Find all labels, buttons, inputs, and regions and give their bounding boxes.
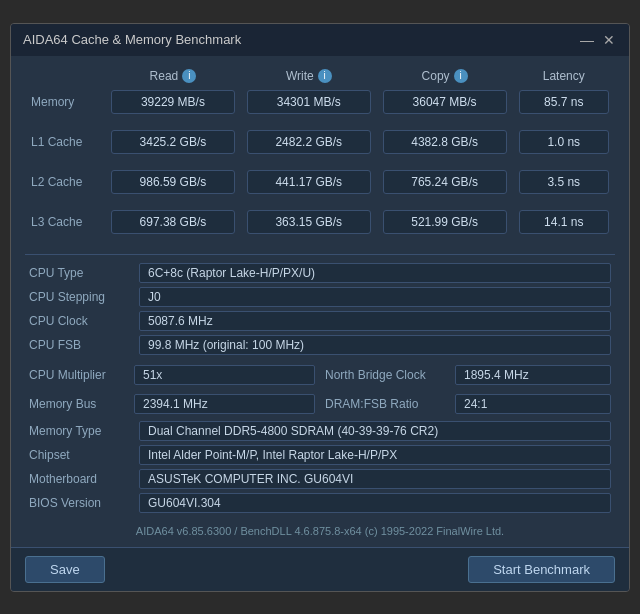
read-info-icon[interactable]: i bbox=[182, 69, 196, 83]
memory-type-value: Dual Channel DDR5-4800 SDRAM (40-39-39-7… bbox=[139, 421, 611, 441]
info-row-cpu-fsb: CPU FSB 99.8 MHz (original: 100 MHz) bbox=[25, 333, 615, 357]
content-area: Read i Write i Copy i bbox=[11, 56, 629, 547]
info-row-cpu-type: CPU Type 6C+8c (Raptor Lake-H/P/PX/U) bbox=[25, 261, 615, 285]
cpu-multiplier-value: 51x bbox=[134, 365, 315, 385]
memory-bus-label: Memory Bus bbox=[29, 397, 134, 411]
info-row-memory-type: Memory Type Dual Channel DDR5-4800 SDRAM… bbox=[25, 419, 615, 443]
table-row: L1 Cache 3425.2 GB/s 2482.2 GB/s 4382.8 … bbox=[25, 126, 615, 158]
main-window: AIDA64 Cache & Memory Benchmark — ✕ Read… bbox=[10, 23, 630, 592]
table-row: Memory 39229 MB/s 34301 MB/s 36047 MB/s … bbox=[25, 86, 615, 118]
cpu-stepping-value: J0 bbox=[139, 287, 611, 307]
col-read-header: Read i bbox=[105, 66, 241, 86]
cpu-fsb-value: 99.8 MHz (original: 100 MHz) bbox=[139, 335, 611, 355]
write-info-icon[interactable]: i bbox=[318, 69, 332, 83]
info-row-chipset: Chipset Intel Alder Point-M/P, Intel Rap… bbox=[25, 443, 615, 467]
bios-value: GU604VI.304 bbox=[139, 493, 611, 513]
button-bar: Save Start Benchmark bbox=[11, 547, 629, 591]
copy-info-icon[interactable]: i bbox=[454, 69, 468, 83]
memory-bus-value: 2394.1 MHz bbox=[134, 394, 315, 414]
table-row: L2 Cache 986.59 GB/s 441.17 GB/s 765.24 … bbox=[25, 166, 615, 198]
footer-text: AIDA64 v6.85.6300 / BenchDLL 4.6.875.8-x… bbox=[25, 521, 615, 541]
start-benchmark-button[interactable]: Start Benchmark bbox=[468, 556, 615, 583]
info-row-cpu-clock: CPU Clock 5087.6 MHz bbox=[25, 309, 615, 333]
cpu-multiplier-label: CPU Multiplier bbox=[29, 368, 134, 382]
benchmark-table: Read i Write i Copy i bbox=[25, 66, 615, 246]
table-row: L3 Cache 697.38 GB/s 363.15 GB/s 521.99 … bbox=[25, 206, 615, 238]
cpu-multiplier-row: CPU Multiplier 51x North Bridge Clock 18… bbox=[25, 363, 615, 387]
info-table: CPU Type 6C+8c (Raptor Lake-H/P/PX/U) CP… bbox=[25, 261, 615, 357]
col-write-header: Write i bbox=[241, 66, 377, 86]
title-bar-controls: — ✕ bbox=[579, 32, 617, 48]
chipset-value: Intel Alder Point-M/P, Intel Raptor Lake… bbox=[139, 445, 611, 465]
memory-bus-row: Memory Bus 2394.1 MHz DRAM:FSB Ratio 24:… bbox=[25, 392, 615, 416]
info-table-2: Memory Type Dual Channel DDR5-4800 SDRAM… bbox=[25, 419, 615, 515]
window-title: AIDA64 Cache & Memory Benchmark bbox=[23, 32, 241, 47]
close-button[interactable]: ✕ bbox=[601, 32, 617, 48]
minimize-button[interactable]: — bbox=[579, 32, 595, 48]
title-bar: AIDA64 Cache & Memory Benchmark — ✕ bbox=[11, 24, 629, 56]
motherboard-value: ASUSTeK COMPUTER INC. GU604VI bbox=[139, 469, 611, 489]
save-button[interactable]: Save bbox=[25, 556, 105, 583]
col-copy-header: Copy i bbox=[377, 66, 513, 86]
north-bridge-value: 1895.4 MHz bbox=[455, 365, 611, 385]
info-row-motherboard: Motherboard ASUSTeK COMPUTER INC. GU604V… bbox=[25, 467, 615, 491]
info-row-cpu-stepping: CPU Stepping J0 bbox=[25, 285, 615, 309]
col-latency-header: Latency bbox=[513, 66, 615, 86]
cpu-clock-value: 5087.6 MHz bbox=[139, 311, 611, 331]
dram-fsb-label: DRAM:FSB Ratio bbox=[325, 397, 455, 411]
north-bridge-label: North Bridge Clock bbox=[325, 368, 455, 382]
cpu-type-value: 6C+8c (Raptor Lake-H/P/PX/U) bbox=[139, 263, 611, 283]
dram-fsb-value: 24:1 bbox=[455, 394, 611, 414]
info-row-bios: BIOS Version GU604VI.304 bbox=[25, 491, 615, 515]
